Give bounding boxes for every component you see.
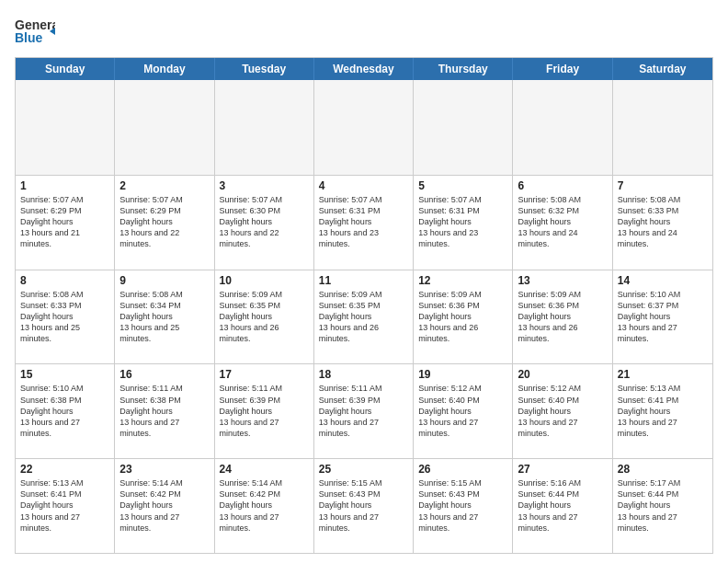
calendar-cell: 1 Sunrise: 5:07 AMSunset: 6:29 PMDayligh…: [16, 176, 115, 270]
calendar-cell: 21 Sunrise: 5:13 AMSunset: 6:41 PMDaylig…: [613, 364, 712, 458]
logo-icon: General Blue: [15, 15, 55, 50]
day-number: 19: [418, 368, 507, 381]
cell-info: Sunrise: 5:07 AMSunset: 6:31 PMDaylight …: [319, 194, 408, 250]
weekday-wednesday: Wednesday: [314, 58, 414, 80]
day-number: 22: [20, 463, 109, 476]
calendar-cell: 20 Sunrise: 5:12 AMSunset: 6:40 PMDaylig…: [513, 364, 612, 458]
calendar-row: 15 Sunrise: 5:10 AMSunset: 6:38 PMDaylig…: [16, 363, 712, 458]
day-number: 8: [20, 274, 109, 287]
calendar-cell: 10 Sunrise: 5:09 AMSunset: 6:35 PMDaylig…: [215, 270, 314, 364]
day-number: 5: [418, 179, 507, 192]
calendar-cell: [215, 80, 314, 175]
header: General Blue: [15, 15, 713, 50]
logo: General Blue: [15, 15, 55, 50]
calendar-cell: 23 Sunrise: 5:14 AMSunset: 6:42 PMDaylig…: [115, 459, 214, 553]
calendar-cell: 5 Sunrise: 5:07 AMSunset: 6:31 PMDayligh…: [414, 176, 513, 270]
day-number: 20: [518, 368, 607, 381]
calendar-cell: [613, 80, 712, 175]
day-number: 24: [220, 463, 309, 476]
cell-info: Sunrise: 5:16 AMSunset: 6:44 PMDaylight …: [518, 477, 607, 534]
day-number: 10: [220, 274, 309, 287]
weekday-sunday: Sunday: [16, 58, 115, 80]
calendar-row: 1 Sunrise: 5:07 AMSunset: 6:29 PMDayligh…: [16, 175, 712, 270]
calendar-cell: 7 Sunrise: 5:08 AMSunset: 6:33 PMDayligh…: [613, 176, 712, 270]
cell-info: Sunrise: 5:14 AMSunset: 6:42 PMDaylight …: [119, 477, 209, 534]
calendar-cell: 2 Sunrise: 5:07 AMSunset: 6:29 PMDayligh…: [115, 176, 214, 270]
weekday-saturday: Saturday: [613, 58, 712, 80]
page-container: General Blue Sunday Monday Tuesday Wedne…: [0, 0, 728, 563]
calendar-cell: 12 Sunrise: 5:09 AMSunset: 6:36 PMDaylig…: [414, 270, 513, 364]
weekday-friday: Friday: [513, 58, 612, 80]
cell-info: Sunrise: 5:13 AMSunset: 6:41 PMDaylight …: [618, 383, 708, 439]
calendar-cell: [513, 80, 612, 175]
day-number: 12: [418, 274, 507, 287]
cell-info: Sunrise: 5:07 AMSunset: 6:29 PMDaylight …: [20, 194, 109, 250]
calendar-cell: 25 Sunrise: 5:15 AMSunset: 6:43 PMDaylig…: [314, 459, 414, 553]
day-number: 16: [119, 368, 209, 381]
cell-info: Sunrise: 5:15 AMSunset: 6:43 PMDaylight …: [418, 477, 507, 534]
day-number: 2: [119, 179, 209, 192]
calendar-cell: 8 Sunrise: 5:08 AMSunset: 6:33 PMDayligh…: [16, 270, 115, 364]
cell-info: Sunrise: 5:12 AMSunset: 6:40 PMDaylight …: [518, 383, 607, 439]
calendar-cell: [115, 80, 214, 175]
calendar-cell: 28 Sunrise: 5:17 AMSunset: 6:44 PMDaylig…: [613, 459, 712, 553]
day-number: 11: [319, 274, 408, 287]
day-number: 3: [220, 179, 309, 192]
day-number: 21: [618, 368, 708, 381]
cell-info: Sunrise: 5:11 AMSunset: 6:39 PMDaylight …: [220, 383, 309, 439]
calendar-row: [16, 80, 712, 175]
cell-info: Sunrise: 5:09 AMSunset: 6:36 PMDaylight …: [418, 289, 507, 345]
calendar-row: 22 Sunrise: 5:13 AMSunset: 6:41 PMDaylig…: [16, 458, 712, 553]
cell-info: Sunrise: 5:10 AMSunset: 6:37 PMDaylight …: [618, 289, 708, 345]
calendar: Sunday Monday Tuesday Wednesday Thursday…: [15, 57, 713, 554]
day-number: 27: [518, 463, 607, 476]
cell-info: Sunrise: 5:08 AMSunset: 6:34 PMDaylight …: [119, 289, 209, 345]
calendar-cell: 6 Sunrise: 5:08 AMSunset: 6:32 PMDayligh…: [513, 176, 612, 270]
day-number: 26: [418, 463, 507, 476]
calendar-cell: 27 Sunrise: 5:16 AMSunset: 6:44 PMDaylig…: [513, 459, 612, 553]
day-number: 28: [618, 463, 708, 476]
day-number: 23: [119, 463, 209, 476]
cell-info: Sunrise: 5:08 AMSunset: 6:33 PMDaylight …: [618, 194, 708, 250]
cell-info: Sunrise: 5:13 AMSunset: 6:41 PMDaylight …: [20, 477, 109, 534]
day-number: 13: [518, 274, 607, 287]
cell-info: Sunrise: 5:09 AMSunset: 6:35 PMDaylight …: [220, 289, 309, 345]
calendar-cell: 16 Sunrise: 5:11 AMSunset: 6:38 PMDaylig…: [115, 364, 214, 458]
day-number: 25: [319, 463, 408, 476]
weekday-thursday: Thursday: [414, 58, 513, 80]
calendar-cell: 13 Sunrise: 5:09 AMSunset: 6:36 PMDaylig…: [513, 270, 612, 364]
calendar-row: 8 Sunrise: 5:08 AMSunset: 6:33 PMDayligh…: [16, 270, 712, 364]
calendar-cell: 17 Sunrise: 5:11 AMSunset: 6:39 PMDaylig…: [215, 364, 314, 458]
calendar-cell: 3 Sunrise: 5:07 AMSunset: 6:30 PMDayligh…: [215, 176, 314, 270]
cell-info: Sunrise: 5:15 AMSunset: 6:43 PMDaylight …: [319, 477, 408, 534]
calendar-cell: 22 Sunrise: 5:13 AMSunset: 6:41 PMDaylig…: [16, 459, 115, 553]
calendar-cell: 19 Sunrise: 5:12 AMSunset: 6:40 PMDaylig…: [414, 364, 513, 458]
day-number: 7: [618, 179, 708, 192]
day-number: 1: [20, 179, 109, 192]
weekday-monday: Monday: [115, 58, 214, 80]
day-number: 6: [518, 179, 607, 192]
cell-info: Sunrise: 5:11 AMSunset: 6:38 PMDaylight …: [119, 383, 209, 439]
calendar-cell: 4 Sunrise: 5:07 AMSunset: 6:31 PMDayligh…: [314, 176, 414, 270]
calendar-cell: 11 Sunrise: 5:09 AMSunset: 6:35 PMDaylig…: [314, 270, 414, 364]
cell-info: Sunrise: 5:11 AMSunset: 6:39 PMDaylight …: [319, 383, 408, 439]
cell-info: Sunrise: 5:12 AMSunset: 6:40 PMDaylight …: [418, 383, 507, 439]
calendar-cell: 9 Sunrise: 5:08 AMSunset: 6:34 PMDayligh…: [115, 270, 214, 364]
day-number: 9: [119, 274, 209, 287]
day-number: 15: [20, 368, 109, 381]
cell-info: Sunrise: 5:10 AMSunset: 6:38 PMDaylight …: [20, 383, 109, 439]
cell-info: Sunrise: 5:07 AMSunset: 6:30 PMDaylight …: [220, 194, 309, 250]
cell-info: Sunrise: 5:07 AMSunset: 6:31 PMDaylight …: [418, 194, 507, 250]
cell-info: Sunrise: 5:08 AMSunset: 6:32 PMDaylight …: [518, 194, 607, 250]
calendar-cell: 26 Sunrise: 5:15 AMSunset: 6:43 PMDaylig…: [414, 459, 513, 553]
day-number: 18: [319, 368, 408, 381]
cell-info: Sunrise: 5:17 AMSunset: 6:44 PMDaylight …: [618, 477, 708, 534]
cell-info: Sunrise: 5:09 AMSunset: 6:36 PMDaylight …: [518, 289, 607, 345]
cell-info: Sunrise: 5:14 AMSunset: 6:42 PMDaylight …: [220, 477, 309, 534]
calendar-cell: 15 Sunrise: 5:10 AMSunset: 6:38 PMDaylig…: [16, 364, 115, 458]
svg-text:Blue: Blue: [15, 30, 43, 45]
calendar-body: 1 Sunrise: 5:07 AMSunset: 6:29 PMDayligh…: [16, 80, 712, 553]
calendar-cell: 18 Sunrise: 5:11 AMSunset: 6:39 PMDaylig…: [314, 364, 414, 458]
calendar-cell: 24 Sunrise: 5:14 AMSunset: 6:42 PMDaylig…: [215, 459, 314, 553]
day-number: 17: [220, 368, 309, 381]
